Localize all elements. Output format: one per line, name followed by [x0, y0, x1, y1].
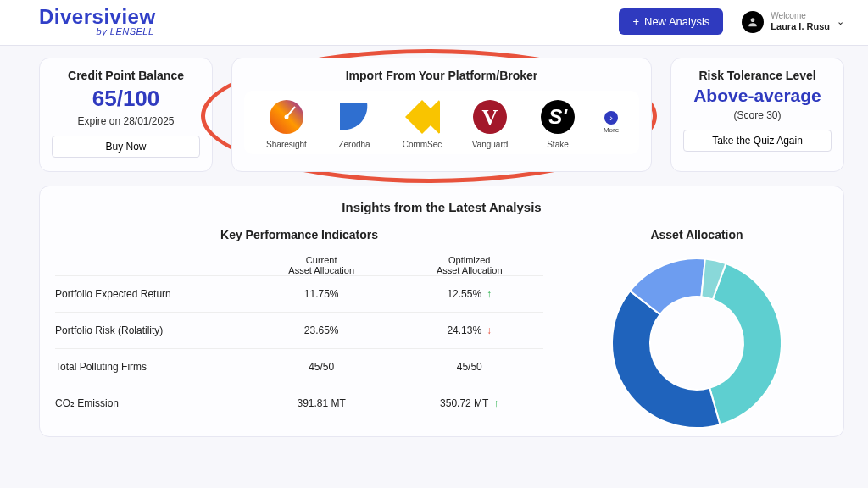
table-row: Portfolio Risk (Rolatility)23.65%24.13%↓ — [55, 312, 543, 348]
kpi-table: Current Asset Allocation Optimized Asset… — [55, 255, 543, 421]
arrow-down-icon: ↓ — [487, 324, 492, 336]
credit-expire: Expire on 28/01/2025 — [52, 115, 200, 127]
more-label: More — [604, 126, 619, 134]
donut-slice — [709, 263, 782, 424]
arrow-right-icon: › — [604, 111, 618, 125]
broker-label: Sharesight — [266, 140, 307, 149]
kpi-label: Total Polluting Firms — [55, 361, 248, 373]
kpi-title: Key Performance Indicators — [55, 228, 543, 241]
logo-sub: by LENSELL — [39, 27, 156, 36]
col-current-2: Asset Allocation — [248, 265, 396, 275]
broker-vanguard[interactable]: V Vanguard — [461, 99, 519, 149]
donut-slice — [612, 291, 720, 428]
header-right: + New Analysis Welcome Laura I. Rusu ⌄ — [619, 8, 844, 35]
kpi-current: 11.75% — [248, 288, 396, 300]
broker-label: Vanguard — [472, 140, 509, 149]
user-text: Welcome Laura I. Rusu — [771, 11, 830, 32]
risk-card: Risk Tolerance Level Above-average (Scor… — [670, 58, 844, 172]
broker-label: Zerodha — [338, 140, 370, 149]
svg-text:V: V — [482, 105, 498, 130]
user-name: Laura I. Rusu — [771, 21, 830, 32]
vanguard-icon: V — [472, 99, 508, 135]
new-analysis-button[interactable]: + New Analysis — [619, 8, 723, 35]
stake-icon: S' — [540, 99, 576, 135]
zerodha-icon — [337, 99, 372, 135]
broker-label: Stake — [547, 140, 569, 149]
col-current-1: Current — [248, 255, 396, 265]
risk-value: Above-average — [683, 86, 832, 106]
user-menu[interactable]: Welcome Laura I. Rusu ⌄ — [742, 11, 844, 33]
logo-main: Diversiview — [39, 7, 156, 27]
plus-icon: + — [632, 15, 639, 28]
buy-now-button[interactable]: Buy Now — [52, 136, 200, 158]
col-opt-2: Asset Allocation — [395, 265, 543, 275]
credit-title: Credit Point Balance — [52, 69, 200, 82]
credit-balance-card: Credit Point Balance 65/100 Expire on 28… — [39, 58, 213, 172]
svg-point-2 — [285, 115, 289, 119]
alloc-title: Asset Allocation — [565, 228, 828, 241]
kpi-current: 23.65% — [248, 324, 396, 336]
kpi-current: 45/50 — [248, 361, 396, 373]
col-opt-1: Optimized — [395, 255, 543, 265]
insights-card: Insights from the Latest Analysis Key Pe… — [39, 186, 844, 437]
broker-zerodha[interactable]: Zerodha — [326, 99, 383, 149]
risk-title: Risk Tolerance Level — [683, 69, 832, 82]
import-card: Import From Your Platform/Broker Sharesi… — [231, 58, 652, 172]
insights-title: Insights from the Latest Analysis — [55, 200, 828, 214]
kpi-optimized: 350.72 MT↑ — [395, 397, 543, 409]
table-row: Total Polluting Firms45/5045/50 — [55, 348, 543, 385]
broker-more[interactable]: › More — [597, 99, 626, 134]
broker-list: Sharesight Zerodha CommSec — [244, 91, 639, 154]
svg-text:S': S' — [548, 105, 568, 128]
app-header: Diversiview by LENSELL + New Analysis We… — [0, 0, 868, 46]
kpi-optimized: 45/50 — [395, 361, 543, 373]
user-welcome: Welcome — [771, 11, 830, 21]
kpi-label: Portfolio Risk (Rolatility) — [55, 324, 248, 336]
broker-sharesight[interactable]: Sharesight — [258, 99, 315, 149]
person-icon — [747, 16, 759, 28]
commsec-icon — [404, 99, 440, 135]
risk-score: (Score 30) — [683, 109, 832, 121]
table-row: CO₂ Emission391.81 MT350.72 MT↑ — [55, 385, 543, 421]
arrow-up-icon: ↑ — [487, 288, 492, 300]
kpi-header-row: Current Asset Allocation Optimized Asset… — [55, 255, 543, 275]
kpi-label: CO₂ Emission — [55, 397, 248, 409]
kpi-panel: Key Performance Indicators Current Asset… — [55, 228, 543, 436]
broker-stake[interactable]: S' Stake — [529, 99, 587, 149]
broker-label: CommSec — [403, 140, 442, 149]
table-row: Portfolio Expected Return11.75%12.55%↑ — [55, 275, 543, 312]
kpi-optimized: 12.55%↑ — [395, 288, 543, 300]
asset-allocation-donut — [604, 250, 790, 436]
top-row: Credit Point Balance 65/100 Expire on 28… — [0, 46, 868, 179]
kpi-current: 391.81 MT — [248, 397, 396, 409]
arrow-up-icon: ↑ — [493, 397, 498, 409]
chevron-down-icon: ⌄ — [837, 16, 844, 27]
kpi-label: Portfolio Expected Return — [55, 288, 248, 300]
take-quiz-button[interactable]: Take the Quiz Again — [683, 130, 832, 152]
asset-allocation-panel: Asset Allocation — [565, 228, 828, 436]
import-title: Import From Your Platform/Broker — [244, 69, 639, 82]
broker-commsec[interactable]: CommSec — [393, 99, 451, 149]
logo[interactable]: Diversiview by LENSELL — [39, 7, 156, 36]
sharesight-icon — [269, 99, 304, 135]
new-analysis-label: New Analysis — [644, 15, 709, 28]
avatar — [742, 11, 764, 33]
kpi-optimized: 24.13%↓ — [395, 324, 543, 336]
credit-value: 65/100 — [52, 86, 200, 112]
